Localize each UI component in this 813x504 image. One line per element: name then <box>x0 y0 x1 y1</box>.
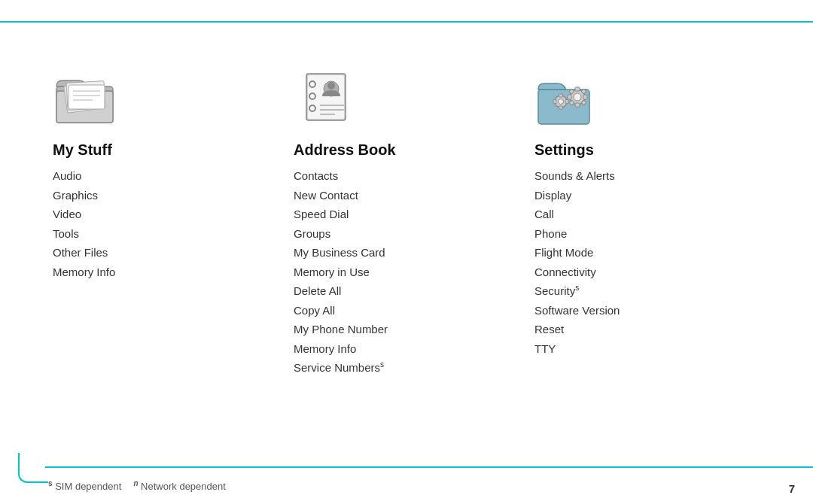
svg-rect-31 <box>559 94 562 97</box>
menu-item-my-phone-number[interactable]: My Phone Number <box>294 320 388 339</box>
svg-point-20 <box>574 93 581 101</box>
svg-rect-23 <box>568 95 571 99</box>
menu-item-service-numbers[interactable]: Service Numberss <box>294 358 388 378</box>
footnote-n-mark: n <box>133 479 138 487</box>
menu-item-groups[interactable]: Groups <box>294 224 388 244</box>
menu-item-reset[interactable]: Reset <box>534 320 620 339</box>
main-content: My Stuff Audio Graphics Video Tools Othe… <box>0 45 813 468</box>
footnote-s-security: s <box>575 284 579 292</box>
menu-item-tools[interactable]: Tools <box>53 224 115 244</box>
page-number: 7 <box>789 482 795 495</box>
menu-item-tty[interactable]: TTY <box>534 339 620 359</box>
menu-item-software-version[interactable]: Software Version <box>534 301 620 320</box>
svg-rect-24 <box>583 95 587 99</box>
footnote-s-service: s <box>380 360 384 369</box>
menu-item-my-business-card[interactable]: My Business Card <box>294 243 388 263</box>
footnote-network: n Network dependent <box>133 479 225 492</box>
settings-menu: Sounds & Alerts Display Call Phone Fligh… <box>534 166 620 358</box>
column-settings: Settings Sounds & Alerts Display Call Ph… <box>534 68 760 358</box>
settings-icon <box>534 68 602 128</box>
bottom-bar: s SIM dependent n Network dependent 7 <box>0 468 813 504</box>
menu-item-speed-dial[interactable]: Speed Dial <box>294 205 388 224</box>
menu-item-audio[interactable]: Audio <box>53 166 115 186</box>
my-stuff-title: My Stuff <box>53 141 112 159</box>
footnote-area: s SIM dependent n Network dependent <box>18 479 795 492</box>
menu-item-copy-all[interactable]: Copy All <box>294 301 388 320</box>
menu-item-contacts[interactable]: Contacts <box>294 166 388 186</box>
footnote-sim: s SIM dependent <box>48 479 121 492</box>
my-stuff-icon <box>53 68 120 128</box>
top-decorative-line <box>0 21 813 23</box>
menu-item-new-contact[interactable]: New Contact <box>294 186 388 205</box>
menu-item-memory-info-ab[interactable]: Memory Info <box>294 339 388 359</box>
svg-rect-34 <box>565 100 568 104</box>
menu-item-memory-info-mystuff[interactable]: Memory Info <box>53 263 115 282</box>
svg-point-14 <box>327 82 335 90</box>
menu-item-delete-all[interactable]: Delete All <box>294 281 388 301</box>
svg-point-30 <box>558 99 563 105</box>
address-book-icon <box>294 68 361 128</box>
address-book-title: Address Book <box>294 141 396 159</box>
menu-item-phone[interactable]: Phone <box>534 224 620 244</box>
svg-rect-4 <box>69 85 105 109</box>
menu-item-display[interactable]: Display <box>534 186 620 205</box>
svg-rect-22 <box>575 103 580 107</box>
footnote-s-mark: s <box>48 479 53 487</box>
settings-title: Settings <box>534 141 594 159</box>
menu-item-connectivity[interactable]: Connectivity <box>534 263 620 282</box>
svg-rect-21 <box>575 87 580 91</box>
column-my-stuff: My Stuff Audio Graphics Video Tools Othe… <box>53 68 279 281</box>
svg-rect-32 <box>559 106 562 109</box>
menu-item-memory-in-use[interactable]: Memory in Use <box>294 263 388 282</box>
svg-rect-33 <box>553 100 556 104</box>
column-address-book: Address Book Contacts New Contact Speed … <box>294 68 519 378</box>
menu-item-video[interactable]: Video <box>53 205 115 224</box>
menu-item-graphics[interactable]: Graphics <box>53 186 115 205</box>
menu-item-flight-mode[interactable]: Flight Mode <box>534 243 620 263</box>
my-stuff-menu: Audio Graphics Video Tools Other Files M… <box>53 166 115 281</box>
address-book-menu: Contacts New Contact Speed Dial Groups M… <box>294 166 388 378</box>
menu-item-other-files[interactable]: Other Files <box>53 243 115 263</box>
menu-item-call[interactable]: Call <box>534 205 620 224</box>
menu-item-security[interactable]: Securitys <box>534 281 620 301</box>
menu-item-sounds-alerts[interactable]: Sounds & Alerts <box>534 166 620 186</box>
